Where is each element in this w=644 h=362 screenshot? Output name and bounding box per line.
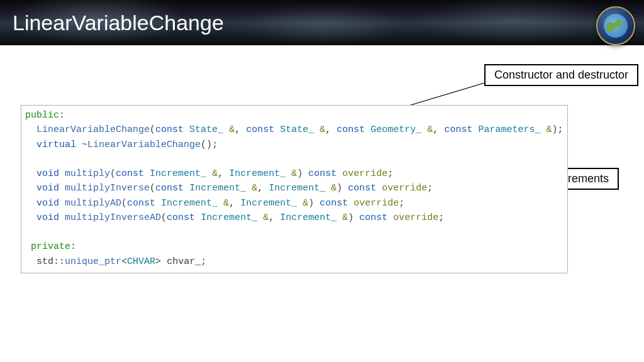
type-chvar: CHVAR xyxy=(127,256,155,267)
logo-globe-icon xyxy=(604,14,628,38)
colon: : xyxy=(59,110,65,121)
ctor-name: LinearVariableChange xyxy=(36,124,150,135)
fn-multiply-inverse: multiplyInverse xyxy=(65,183,150,194)
callout-constructor: Constructor and destructor xyxy=(484,64,638,86)
code-block: public: LinearVariableChange(const State… xyxy=(21,105,568,273)
fn-multiply-inverse-ad: multiplyInverseAD xyxy=(65,212,161,223)
callout-label: Constructor and destructor xyxy=(494,69,628,81)
kw-public: public xyxy=(25,110,59,121)
fn-multiply: multiply xyxy=(65,168,110,179)
page-title: LinearVariableChange xyxy=(13,11,224,35)
member-chvar: chvar_ xyxy=(167,256,201,267)
slide-header: LinearVariableChange xyxy=(0,0,644,45)
dtor-name: LinearVariableChange xyxy=(87,140,201,150)
fn-multiply-ad: multiplyAD xyxy=(65,198,121,209)
org-logo xyxy=(596,6,635,45)
slide-content: Constructor and destructor Convert incre… xyxy=(0,45,644,362)
logo-ring xyxy=(596,6,635,45)
kw-private: private xyxy=(31,241,70,252)
